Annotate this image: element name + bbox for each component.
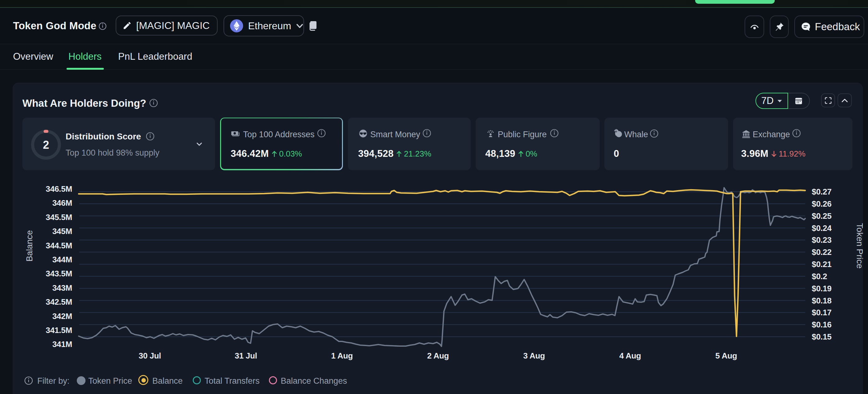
- svg-text:$0.18: $0.18: [812, 296, 832, 305]
- svg-text:31 Jul: 31 Jul: [235, 351, 257, 360]
- svg-text:$0.16: $0.16: [812, 320, 832, 329]
- svg-text:343.5M: 343.5M: [46, 269, 72, 278]
- svg-text:346M: 346M: [52, 198, 72, 207]
- svg-text:345.5M: 345.5M: [46, 213, 72, 222]
- svg-text:$0.27: $0.27: [812, 187, 832, 196]
- svg-text:30 Jul: 30 Jul: [138, 351, 161, 360]
- svg-text:$0.24: $0.24: [812, 223, 832, 233]
- svg-text:$0.15: $0.15: [812, 332, 832, 341]
- svg-text:Balance: Balance: [25, 230, 34, 261]
- svg-text:345M: 345M: [52, 227, 72, 236]
- svg-text:3 Aug: 3 Aug: [523, 351, 545, 360]
- svg-text:$0.2: $0.2: [812, 272, 827, 281]
- svg-text:$0.25: $0.25: [812, 211, 832, 221]
- svg-text:$0.23: $0.23: [812, 235, 832, 245]
- svg-text:342.5M: 342.5M: [46, 297, 72, 307]
- svg-text:Token Price: Token Price: [855, 223, 865, 269]
- svg-text:341M: 341M: [52, 340, 72, 349]
- svg-text:344M: 344M: [52, 255, 72, 264]
- svg-text:$0.22: $0.22: [812, 247, 832, 257]
- svg-text:344.5M: 344.5M: [46, 241, 72, 250]
- svg-text:1 Aug: 1 Aug: [331, 351, 353, 360]
- svg-text:343M: 343M: [52, 283, 72, 292]
- svg-text:4 Aug: 4 Aug: [619, 351, 641, 360]
- svg-text:346.5M: 346.5M: [46, 184, 72, 194]
- svg-text:341.5M: 341.5M: [46, 326, 72, 335]
- svg-text:$0.19: $0.19: [812, 284, 832, 293]
- svg-text:$0.21: $0.21: [812, 259, 832, 269]
- svg-text:2 Aug: 2 Aug: [427, 351, 449, 360]
- svg-text:5 Aug: 5 Aug: [715, 351, 737, 360]
- svg-text:342M: 342M: [52, 312, 72, 321]
- svg-text:$0.17: $0.17: [812, 308, 832, 317]
- svg-text:$0.26: $0.26: [812, 199, 832, 208]
